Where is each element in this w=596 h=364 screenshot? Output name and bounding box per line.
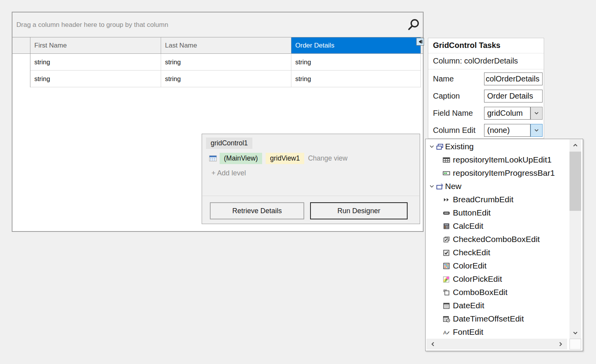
name-field[interactable]: colOrderDetails bbox=[484, 72, 543, 85]
dropdown-item-calcedit[interactable]: CalcEdit bbox=[426, 219, 566, 233]
dropdown-item-repositoryitemprogressbar1[interactable]: repositoryItemProgressBar1 bbox=[426, 166, 566, 180]
column-edit-combo-value[interactable]: (none) bbox=[484, 124, 530, 137]
dropdown-item-buttonedit[interactable]: ButtonEdit bbox=[426, 206, 566, 219]
vertical-scrollbar[interactable] bbox=[569, 140, 581, 339]
name-label: Name bbox=[433, 72, 484, 85]
scrollbar-thumb[interactable] bbox=[569, 152, 581, 211]
group-by-panel[interactable]: Drag a column header here to group by th… bbox=[12, 12, 423, 37]
smart-tag-arrow-icon bbox=[417, 39, 423, 45]
dropdown-item-fontedit[interactable]: A FontEdit bbox=[426, 325, 566, 339]
run-designer-button[interactable]: Run Designer bbox=[310, 202, 408, 219]
scroll-right-button[interactable] bbox=[556, 339, 565, 349]
column-edit-combo: (none) bbox=[484, 124, 543, 137]
field-name-dropdown-button[interactable] bbox=[530, 107, 543, 120]
view-name-chip[interactable]: gridView1 bbox=[266, 153, 304, 164]
breadcrumb-edit-icon bbox=[442, 196, 450, 203]
search-icon[interactable] bbox=[406, 18, 420, 32]
editor-list: Existing repositoryItemLookUpEdit1 bbox=[426, 140, 566, 339]
cell: string bbox=[30, 54, 161, 71]
row-indicator-header bbox=[12, 37, 30, 53]
font-edit-icon: A bbox=[442, 329, 450, 336]
main-view-chip[interactable]: (MainView) bbox=[220, 153, 262, 164]
dropdown-group-existing[interactable]: Existing bbox=[426, 140, 566, 153]
table-row: string string string bbox=[12, 71, 423, 87]
horizontal-scrollbar[interactable] bbox=[426, 339, 567, 350]
dropdown-item-breadcrumbedit[interactable]: BreadCrumbEdit bbox=[426, 193, 566, 206]
svg-text:A: A bbox=[443, 329, 447, 335]
check-edit-icon bbox=[442, 249, 450, 256]
view-row: (MainView) gridView1 Change view bbox=[209, 153, 348, 164]
color-pick-edit-icon bbox=[442, 276, 450, 283]
lookup-edit-icon bbox=[442, 157, 450, 163]
dropdown-item-colorpickedit[interactable]: ColorPickEdit bbox=[426, 272, 566, 286]
column-edit-dropdown-panel: Existing repositoryItemLookUpEdit1 bbox=[425, 139, 583, 351]
date-edit-icon bbox=[442, 302, 450, 309]
progress-bar-icon bbox=[442, 170, 450, 177]
grid-view-icon bbox=[209, 155, 217, 162]
add-level-link[interactable]: + Add level bbox=[211, 169, 246, 177]
smart-tag-button[interactable] bbox=[416, 38, 424, 46]
retrieve-details-button[interactable]: Retrieve Details bbox=[210, 202, 304, 219]
chevron-left-icon bbox=[430, 341, 436, 347]
dropdown-item-datetimeoffsetedit[interactable]: DateTimeOffsetEdit bbox=[426, 312, 566, 325]
field-name-combo: gridColum bbox=[484, 107, 543, 120]
change-view-link[interactable]: Change view bbox=[308, 154, 348, 163]
dropdown-item-checkedcomboboxedit[interactable]: CheckedComboBoxEdit bbox=[426, 233, 566, 246]
caption-field[interactable]: Order Details bbox=[484, 90, 543, 102]
popup-divider bbox=[202, 196, 419, 196]
cell: string bbox=[161, 54, 291, 71]
dropdown-item-comboboxedit[interactable]: ComboBoxEdit bbox=[426, 286, 566, 299]
chevron-right-icon bbox=[557, 341, 564, 347]
new-group-icon bbox=[436, 183, 443, 190]
tasks-column-line: Column: colOrderDetails bbox=[428, 53, 544, 69]
dropdown-group-new[interactable]: New bbox=[426, 180, 566, 193]
checked-combobox-edit-icon bbox=[442, 236, 450, 243]
designer-surface: Drag a column header here to group by th… bbox=[0, 0, 596, 364]
tasks-panel-title: GridControl Tasks bbox=[428, 38, 544, 53]
column-edit-label: Column Edit bbox=[433, 124, 484, 137]
cell: string bbox=[161, 71, 291, 87]
combobox-edit-icon bbox=[442, 289, 450, 296]
field-name-combo-value[interactable]: gridColum bbox=[484, 107, 530, 120]
scroll-down-button[interactable] bbox=[569, 327, 581, 339]
existing-group-icon bbox=[436, 143, 443, 150]
column-header-order-details[interactable]: Order Details bbox=[291, 37, 421, 53]
cell: string bbox=[291, 71, 421, 87]
tasks-form: Name colOrderDetails Caption Order Detai… bbox=[428, 69, 544, 137]
chevron-up-icon bbox=[572, 142, 578, 148]
scrollbar-corner bbox=[569, 339, 581, 350]
table-row: string string string bbox=[12, 54, 423, 71]
control-name-chip[interactable]: gridControl1 bbox=[206, 138, 252, 149]
chevron-down-icon bbox=[572, 330, 578, 336]
column-header-row: First Name Last Name Order Details bbox=[12, 37, 423, 54]
cell: string bbox=[30, 71, 161, 87]
dropdown-item-checkedit[interactable]: CheckEdit bbox=[426, 246, 566, 259]
column-edit-dropdown-button[interactable] bbox=[530, 124, 543, 137]
chevron-down-icon bbox=[428, 144, 435, 149]
column-header-last-name[interactable]: Last Name bbox=[161, 37, 291, 53]
button-edit-icon bbox=[442, 210, 450, 216]
dropdown-item-dateedit[interactable]: DateEdit bbox=[426, 299, 566, 312]
scroll-left-button[interactable] bbox=[429, 339, 437, 349]
chevron-down-icon bbox=[534, 110, 539, 116]
row-indicator-cell bbox=[12, 54, 30, 71]
gridcontrol-tasks-panel: GridControl Tasks Column: colOrderDetail… bbox=[428, 38, 544, 139]
chevron-down-icon bbox=[428, 184, 435, 189]
row-indicator-cell bbox=[12, 71, 30, 87]
caption-label: Caption bbox=[433, 90, 484, 102]
cell: string bbox=[291, 54, 421, 71]
field-name-label: Field Name bbox=[433, 107, 484, 120]
grid-designer-popup: gridControl1 (MainView) gridView1 Change… bbox=[202, 134, 420, 224]
color-edit-icon bbox=[442, 263, 450, 269]
dropdown-item-coloredit[interactable]: ColorEdit bbox=[426, 259, 566, 272]
datetime-offset-edit-icon bbox=[442, 316, 450, 322]
dropdown-item-repositoryitemlookupedit1[interactable]: repositoryItemLookUpEdit1 bbox=[426, 153, 566, 166]
column-header-first-name[interactable]: First Name bbox=[30, 37, 161, 53]
calc-edit-icon bbox=[442, 223, 450, 230]
scroll-up-button[interactable] bbox=[569, 140, 581, 151]
chevron-down-icon bbox=[534, 127, 539, 133]
group-panel-text: Drag a column header here to group by th… bbox=[16, 21, 168, 29]
